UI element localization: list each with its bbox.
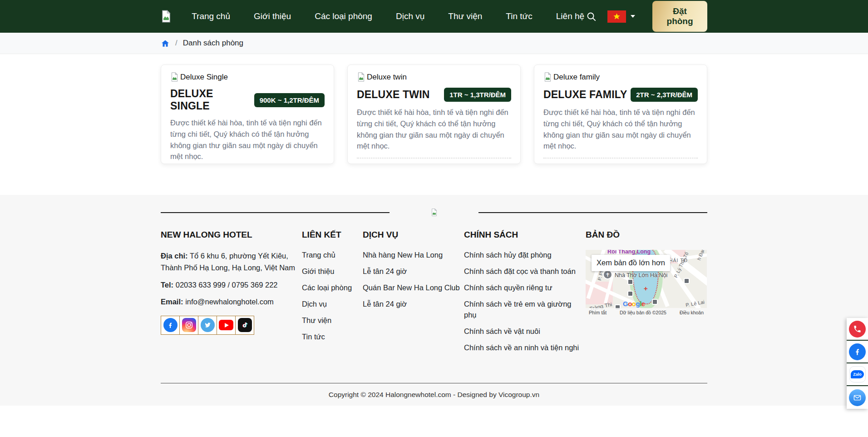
transit-icon[interactable]	[627, 279, 633, 285]
map-terms-link[interactable]: Điều khoản	[680, 310, 704, 315]
church-icon[interactable]: ✝	[603, 270, 612, 279]
room-description: Được thiết kế hài hòa, tinh tế và tiện n…	[543, 107, 698, 152]
breadcrumb-bar: / Danh sách phòng	[0, 33, 868, 54]
room-amenities: 4 King Bathroom Beach Wifi	[543, 158, 698, 164]
facebook-icon	[849, 343, 866, 360]
footer-policies-heading: CHÍNH SÁCH	[464, 230, 586, 240]
room-image-alt: Deluxe family	[553, 73, 600, 82]
room-title[interactable]: DELUXE FAMILY	[543, 89, 627, 101]
room-card-deluxe-single[interactable]: Deluxe Single DELUXE SINGLE 900K ~ 1,2TR…	[161, 65, 334, 164]
nav-item-lien-he[interactable]: Liên hệ	[556, 11, 584, 21]
footer-link-dich-vu[interactable]: Dịch vụ	[302, 299, 363, 310]
nav-item-cac-loai-phong[interactable]: Các loại phòng	[315, 11, 372, 21]
floating-zalo-button[interactable]: Zalo	[847, 363, 868, 386]
room-price-badge: 900K ~ 1,2TR/ĐÊM	[254, 93, 325, 107]
breadcrumb-separator: /	[175, 39, 178, 48]
map-shortcuts-link[interactable]: Phím tắt	[589, 310, 607, 315]
home-icon[interactable]	[161, 39, 170, 48]
chevron-down-icon	[631, 15, 635, 18]
map-marker-icon: ✛	[644, 286, 647, 291]
footer-service-restaurant[interactable]: Nhà hàng New Ha Long	[363, 250, 464, 261]
room-price-badge: 1TR ~ 1,3TR/ĐÊM	[444, 88, 511, 102]
footer-policy-cancellation[interactable]: Chính sách hủy đặt phòng	[464, 250, 586, 261]
top-nav: Trang chủ Giới thiệu Các loại phòng Dịch…	[0, 0, 868, 33]
google-logo[interactable]: Google	[623, 300, 645, 308]
footer-link-thu-vien[interactable]: Thư viện	[302, 315, 363, 326]
nav-item-tin-tuc[interactable]: Tin tức	[506, 11, 532, 21]
floating-facebook-button[interactable]	[847, 341, 868, 363]
transit-icon[interactable]	[684, 278, 690, 284]
view-larger-map-link[interactable]: Xem bản đồ lớn hơn	[592, 255, 670, 271]
footer-policy-security[interactable]: Chính sách về an ninh và tiện nghi	[464, 343, 586, 353]
nav-item-gioi-thieu[interactable]: Giới thiệu	[254, 11, 291, 21]
footer-hotel-info: NEW HALONG HOTEL Địa chỉ: Tổ 6 khu 6, ph…	[161, 230, 302, 358]
room-price-badge: 2TR ~ 2,3TR/ĐÊM	[631, 88, 698, 102]
footer: NEW HALONG HOTEL Địa chỉ: Tổ 6 khu 6, ph…	[0, 195, 868, 406]
floating-contact-stack: Zalo	[847, 318, 868, 409]
book-room-button[interactable]: Đặt phòng	[652, 1, 707, 32]
footer-hotel-heading: NEW HALONG HOTEL	[161, 230, 302, 240]
twitter-icon[interactable]	[198, 316, 217, 335]
youtube-icon[interactable]	[217, 316, 236, 335]
footer-link-cac-loai-phong[interactable]: Các loại phòng	[302, 283, 363, 293]
footer-map-heading: BẢN ĐỒ	[586, 230, 707, 240]
room-amenities: 2 Twin Bathroom Wifi	[357, 158, 511, 164]
nav-item-trang-chu[interactable]: Trang chủ	[192, 11, 230, 21]
footer-email: Email: info@newhalonghotel.com	[161, 296, 297, 308]
site-logo-broken-image[interactable]	[161, 9, 173, 24]
room-description: Được thiết kế hài hòa, tinh tế và tiện n…	[357, 107, 511, 152]
room-image-broken: Deluxe Single	[170, 72, 325, 82]
room-title[interactable]: DELUXE TWIN	[357, 89, 430, 101]
nav-item-dich-vu[interactable]: Dịch vụ	[396, 11, 424, 21]
nav-item-thu-vien[interactable]: Thư viện	[448, 11, 482, 21]
search-icon[interactable]	[584, 10, 598, 24]
footer-policy-privacy[interactable]: Chính sách quyền riêng tư	[464, 283, 586, 293]
phone-icon	[849, 321, 866, 338]
footer-service-bar[interactable]: Quán Bar New Ha Long Club	[363, 283, 464, 293]
copyright-text: Copyright © 2024 Halongnewhotel.com - De…	[0, 383, 868, 406]
transit-icon[interactable]	[652, 299, 658, 305]
room-image-alt: Deluxe twin	[367, 73, 407, 82]
language-selector[interactable]	[607, 10, 635, 23]
footer-rule-left	[161, 212, 390, 213]
footer-tel: Tel: 02033 633 999 / 0795 369 222	[161, 279, 297, 291]
footer-map-column: BẢN ĐỒ Rối Thăng Long LÝ THÁI TỐ P. Phủ …	[586, 230, 707, 358]
footer-policy-children[interactable]: Chính sách về trẻ em và giường phụ	[464, 299, 586, 321]
footer-policies-column: CHÍNH SÁCH Chính sách hủy đặt phòng Chín…	[464, 230, 586, 358]
footer-logo-broken-image	[390, 209, 478, 216]
footer-policy-deposit[interactable]: Chính sách đặt cọc và thanh toán	[464, 266, 586, 277]
footer-address: Địa chỉ: Tổ 6 khu 6, phường Yết Kiêu, Th…	[161, 250, 297, 274]
vietnam-flag-icon	[607, 10, 626, 23]
breadcrumb-current: Danh sách phòng	[183, 39, 243, 48]
room-image-broken: Deluxe family	[543, 72, 698, 82]
footer-policy-pets[interactable]: Chính sách về vật nuôi	[464, 326, 586, 337]
map-place-label: Nhà Thờ Lớn Hà Nội	[615, 272, 667, 278]
map-data-label: Dữ liệu bản đồ ©2025	[620, 310, 666, 315]
main-menu: Trang chủ Giới thiệu Các loại phòng Dịch…	[192, 11, 584, 21]
instagram-icon[interactable]	[179, 316, 198, 335]
floating-email-button[interactable]	[847, 386, 868, 409]
footer-links-column: LIÊN KẾT Trang chủ Giới thiệu Các loại p…	[302, 230, 363, 358]
footer-rule-right	[478, 212, 707, 213]
transit-icon[interactable]	[627, 291, 633, 297]
footer-services-column: DỊCH VỤ Nhà hàng New Ha Long Lễ tân 24 g…	[363, 230, 464, 358]
tiktok-icon[interactable]	[235, 316, 254, 335]
footer-link-trang-chu[interactable]: Trang chủ	[302, 250, 363, 261]
footer-link-gioi-thieu[interactable]: Giới thiệu	[302, 266, 363, 277]
map-attribution-bar: Phím tắt Dữ liệu bản đồ ©2025 Điều khoản	[586, 308, 707, 317]
facebook-icon[interactable]	[161, 316, 180, 335]
room-card-deluxe-twin[interactable]: Deluxe twin DELUXE TWIN 1TR ~ 1,3TR/ĐÊM …	[347, 65, 521, 164]
footer-service-reception-2[interactable]: Lễ tân 24 giờ	[363, 299, 464, 310]
room-title[interactable]: DELUXE SINGLE	[170, 88, 254, 112]
footer-link-tin-tuc[interactable]: Tin tức	[302, 332, 363, 343]
footer-service-reception[interactable]: Lễ tân 24 giờ	[363, 266, 464, 277]
rooms-section: Deluxe Single DELUXE SINGLE 900K ~ 1,2TR…	[0, 54, 868, 164]
footer-services-heading: DỊCH VỤ	[363, 230, 464, 240]
footer-links-heading: LIÊN KẾT	[302, 230, 363, 240]
room-description: Được thiết kế hài hòa, tinh tế và tiện n…	[170, 117, 325, 162]
floating-phone-button[interactable]	[847, 318, 868, 341]
google-map-embed[interactable]: Rối Thăng Long LÝ THÁI TỐ P. Phủ Doãn Tr…	[586, 250, 707, 317]
room-card-deluxe-family[interactable]: Deluxe family DELUXE FAMILY 2TR ~ 2,3TR/…	[534, 65, 707, 164]
email-icon	[849, 389, 866, 406]
room-image-alt: Deluxe Single	[180, 73, 228, 82]
